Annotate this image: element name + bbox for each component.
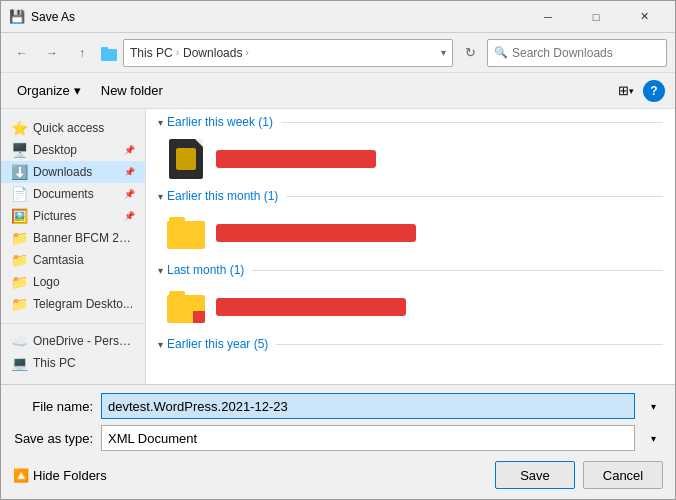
toolbar: Organize ▾ New folder ⊞ ▾ ?: [1, 73, 675, 109]
close-button[interactable]: ✕: [621, 1, 667, 33]
folder-icon-lastmonth: [167, 291, 205, 323]
content-area: ⭐ Quick access 🖥️ Desktop 📌 ⬇️ Downloads…: [1, 109, 675, 384]
sidebar-item-pictures[interactable]: 🖼️ Pictures 📌: [1, 205, 145, 227]
sidebar-label-documents: Documents: [33, 187, 94, 201]
sidebar-item-logo[interactable]: 📁 Logo: [1, 271, 145, 293]
sidebar-label-telegram: Telegram Deskto...: [33, 297, 133, 311]
onedrive-icon: ☁️: [11, 333, 27, 349]
date-group-this-year: ▾ Earlier this year (5): [146, 331, 675, 357]
svg-rect-1: [101, 47, 108, 51]
sidebar-label-downloads: Downloads: [33, 165, 92, 179]
maximize-button[interactable]: □: [573, 1, 619, 33]
new-folder-button[interactable]: New folder: [95, 80, 169, 101]
sidebar-item-desktop[interactable]: 🖥️ Desktop 📌: [1, 139, 145, 161]
breadcrumb-downloads[interactable]: Downloads ›: [183, 46, 249, 60]
savetype-select[interactable]: XML Document: [101, 425, 635, 451]
filename-input[interactable]: [101, 393, 635, 419]
file-thumb-exe: [166, 139, 206, 179]
breadcrumb-thispc[interactable]: This PC ›: [130, 46, 179, 60]
date-header-this-year[interactable]: ▾ Earlier this year (5): [146, 331, 675, 357]
savetype-dropdown-button[interactable]: ▾: [643, 425, 663, 451]
view-button[interactable]: ⊞ ▾: [613, 80, 639, 101]
organize-chevron-icon: ▾: [74, 83, 81, 98]
savetype-row: Save as type: XML Document ▾: [13, 425, 663, 451]
folder-icon-camtasia: 📁: [11, 252, 27, 268]
back-button[interactable]: ←: [9, 40, 35, 66]
minimize-button[interactable]: ─: [525, 1, 571, 33]
main-panel: ▾ Earlier this week (1): [146, 109, 675, 384]
pin-icon-2: 📌: [124, 167, 135, 177]
save-as-dialog: 💾 Save As ─ □ ✕ ← → ↑ This PC › Download…: [0, 0, 676, 500]
downloads-icon: ⬇️: [11, 164, 27, 180]
downloads-label: Downloads: [183, 46, 242, 60]
date-label-this-year: Earlier this year (5): [167, 337, 268, 351]
toolbar-right: ⊞ ▾ ?: [613, 80, 665, 102]
cancel-button[interactable]: Cancel: [583, 461, 663, 489]
list-item[interactable]: [146, 283, 675, 331]
search-input[interactable]: [512, 46, 660, 60]
folder-icon-month: [167, 217, 205, 249]
list-item[interactable]: [146, 135, 675, 183]
pin-icon-3: 📌: [124, 189, 135, 199]
footer-buttons: 🔼 Hide Folders Save Cancel: [13, 457, 663, 491]
thispc-icon: 💻: [11, 355, 27, 371]
hide-folders-toggle[interactable]: 🔼 Hide Folders: [13, 468, 107, 483]
sidebar-item-onedrive[interactable]: ☁️ OneDrive - Person...: [1, 330, 145, 352]
forward-button[interactable]: →: [39, 40, 65, 66]
date-header-this-week[interactable]: ▾ Earlier this week (1): [146, 109, 675, 135]
help-button[interactable]: ?: [643, 80, 665, 102]
title-bar: 💾 Save As ─ □ ✕: [1, 1, 675, 33]
sidebar: ⭐ Quick access 🖥️ Desktop 📌 ⬇️ Downloads…: [1, 109, 146, 384]
up-button[interactable]: ↑: [69, 40, 95, 66]
chevron-down-icon: ▾: [158, 117, 163, 128]
sidebar-item-banner[interactable]: 📁 Banner BFCM 20...: [1, 227, 145, 249]
date-group-last-month: ▾ Last month (1): [146, 257, 675, 331]
quick-access-icon: ⭐: [11, 120, 27, 136]
pin-icon: 📌: [124, 145, 135, 155]
sidebar-item-quick-access[interactable]: ⭐ Quick access: [1, 117, 145, 139]
sidebar-label-pictures: Pictures: [33, 209, 76, 223]
date-label-last-month: Last month (1): [167, 263, 244, 277]
folder-icon-banner: 📁: [11, 230, 27, 246]
hide-folders-label: Hide Folders: [33, 468, 107, 483]
date-header-last-month[interactable]: ▾ Last month (1): [146, 257, 675, 283]
file-name-redacted-2: [216, 224, 416, 242]
chevron-down-icon-4: ▾: [158, 339, 163, 350]
organize-label: Organize: [17, 83, 70, 98]
filename-dropdown-button[interactable]: ▾: [643, 393, 663, 419]
desktop-icon: 🖥️: [11, 142, 27, 158]
file-gold-emblem: [176, 148, 196, 170]
sidebar-item-documents[interactable]: 📄 Documents 📌: [1, 183, 145, 205]
sidebar-item-downloads[interactable]: ⬇️ Downloads 📌: [1, 161, 145, 183]
sidebar-item-camtasia[interactable]: 📁 Camtasia: [1, 249, 145, 271]
address-dropdown-button[interactable]: ▾: [441, 47, 446, 58]
bottom-bar: File name: ▾ Save as type: XML Document …: [1, 384, 675, 499]
address-bar[interactable]: This PC › Downloads › ▾: [123, 39, 453, 67]
organize-button[interactable]: Organize ▾: [11, 80, 87, 101]
sidebar-item-telegram[interactable]: 📁 Telegram Deskto...: [1, 293, 145, 315]
exe-file-icon: [169, 139, 203, 179]
savetype-label: Save as type:: [13, 431, 93, 446]
date-header-this-month[interactable]: ▾ Earlier this month (1): [146, 183, 675, 209]
view-icon: ⊞: [618, 83, 629, 98]
view-chevron-icon: ▾: [629, 86, 634, 96]
thispc-label: This PC: [130, 46, 173, 60]
list-item[interactable]: [146, 209, 675, 257]
file-name-redacted-1: [216, 150, 376, 168]
refresh-button[interactable]: ↻: [457, 40, 483, 66]
save-button[interactable]: Save: [495, 461, 575, 489]
sidebar-label-banner: Banner BFCM 20...: [33, 231, 135, 245]
sidebar-label-desktop: Desktop: [33, 143, 77, 157]
sidebar-label-onedrive: OneDrive - Person...: [33, 334, 135, 348]
files-area[interactable]: ▾ Earlier this week (1): [146, 109, 675, 384]
file-name-redacted-3: [216, 298, 406, 316]
sidebar-item-thispc[interactable]: 💻 This PC: [1, 352, 145, 374]
documents-icon: 📄: [11, 186, 27, 202]
chevron-down-icon-2: ▾: [158, 191, 163, 202]
search-icon: 🔍: [494, 46, 508, 59]
pin-icon-4: 📌: [124, 211, 135, 221]
chevron-down-icon-3: ▾: [158, 265, 163, 276]
dialog-title: Save As: [31, 10, 525, 24]
nav-bar: ← → ↑ This PC › Downloads › ▾ ↻ 🔍: [1, 33, 675, 73]
sidebar-label-quick-access: Quick access: [33, 121, 104, 135]
